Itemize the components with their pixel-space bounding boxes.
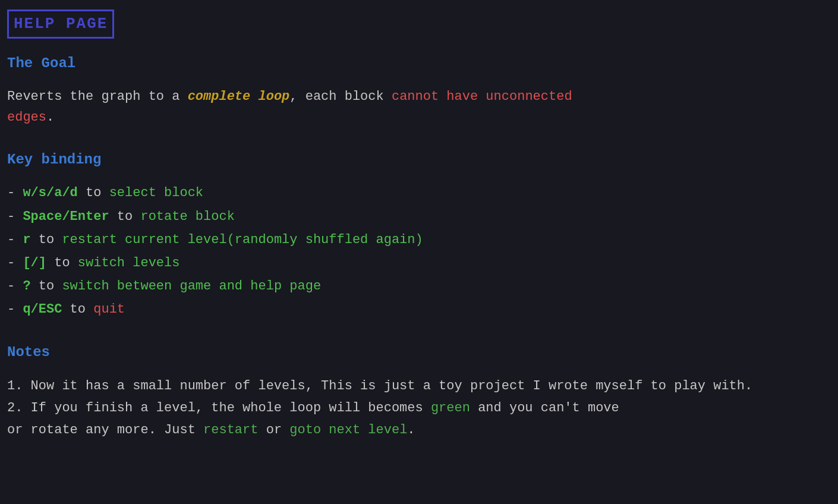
notes-heading: Notes [7, 342, 831, 363]
text-4: to [46, 256, 78, 270]
dash-6: - [7, 302, 23, 317]
key-quit: q/ESC [23, 302, 62, 317]
notes-line3-prefix: or rotate any more. Just [7, 423, 203, 437]
dash-1: - [7, 185, 23, 200]
notes-line2-prefix: 2. If you finish a level, the whole loop… [7, 401, 431, 415]
dash-3: - [7, 232, 23, 247]
text-6: to [62, 302, 93, 317]
goal-period: . [46, 110, 54, 125]
keybinding-question: - ? to switch between game and help page [7, 276, 831, 297]
text-5: to [31, 279, 62, 294]
goal-cannot-word: cannot [392, 89, 439, 104]
notes-line2-mid: and you can't move [470, 401, 619, 415]
notes-restart-word: restart [203, 423, 258, 437]
keybinding-heading: Key binding [7, 149, 831, 171]
goal-complete-word: complete [188, 89, 251, 104]
keybinding-section: Key binding - w/s/a/d to select block - … [7, 149, 831, 320]
goal-heading: The Goal [7, 53, 831, 74]
action-switch-page: switch between game and help page [62, 279, 321, 294]
action-select: select block [109, 185, 203, 200]
goal-edges-word: edges [7, 110, 46, 125]
action-rotate: rotate block [140, 209, 234, 224]
keybinding-brackets: - [/] to switch levels [7, 253, 831, 273]
keybinding-quit: - q/ESC to quit [7, 299, 831, 320]
goal-have-unconnected: have unconnected [439, 89, 572, 104]
keybinding-space-enter: - Space/Enter to rotate block [7, 206, 831, 227]
goal-description: Reverts the graph to a complete loop, ea… [7, 86, 831, 128]
notes-line2: 2. If you finish a level, the whole loop… [7, 397, 831, 442]
notes-goto-word: goto next level [289, 423, 407, 437]
notes-green-word: green [431, 401, 470, 415]
dash-2: - [7, 209, 23, 224]
goal-prefix: Reverts the graph to a [7, 89, 188, 104]
help-page-title: HELP PAGE [7, 10, 114, 39]
goal-section: The Goal Reverts the graph to a complete… [7, 53, 831, 128]
keybinding-r: - r to restart current level(randomly sh… [7, 229, 831, 250]
key-wasd: w/s/a/d [23, 185, 77, 200]
key-space-enter: Space/Enter [23, 209, 109, 224]
text-1: to [78, 185, 109, 200]
notes-end-period: . [407, 423, 415, 437]
dash-5: - [7, 279, 23, 294]
keybinding-wasd: - w/s/a/d to select block [7, 182, 831, 203]
text-2: to [109, 209, 141, 224]
action-quit: quit [93, 302, 125, 317]
key-r: r [23, 232, 30, 247]
goal-loop-word: loop [258, 89, 289, 104]
notes-line1: 1. Now it has a small number of levels, … [7, 375, 831, 397]
text-3: to [31, 232, 62, 247]
notes-line3-mid: or [258, 423, 289, 437]
key-brackets: [/] [23, 256, 46, 270]
action-switch-levels: switch levels [78, 256, 180, 270]
action-restart: restart current level(randomly shuffled … [62, 232, 423, 247]
dash-4: - [7, 256, 23, 270]
keybinding-list: - w/s/a/d to select block - Space/Enter … [7, 182, 831, 320]
goal-mid: , each block [289, 89, 392, 104]
notes-section: Notes 1. Now it has a small number of le… [7, 342, 831, 442]
key-question: ? [23, 279, 30, 294]
